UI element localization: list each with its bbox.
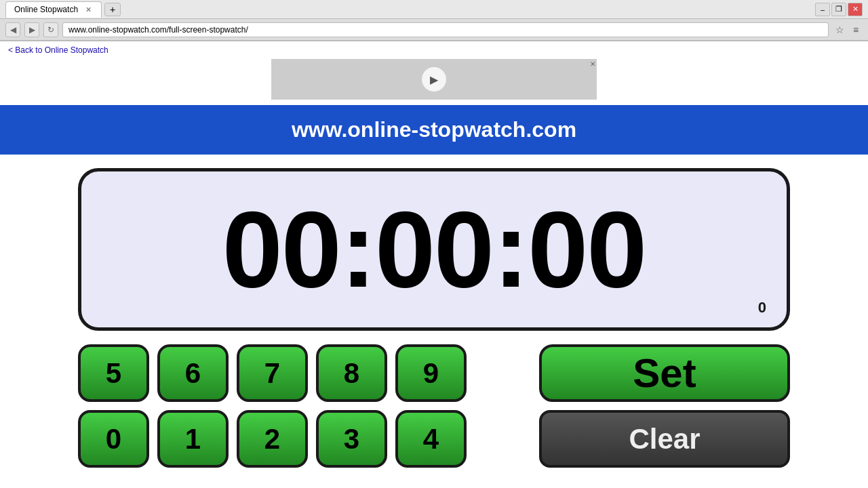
back-to-stopwatch-link[interactable]: < Back to Online Stopwatch — [0, 41, 868, 59]
maximize-button[interactable]: ❐ — [831, 3, 846, 16]
timer-display: 00:00:00 0 — [78, 168, 790, 331]
new-tab-button[interactable]: + — [104, 3, 121, 16]
tab-title: Online Stopwatch — [14, 5, 78, 14]
title-bar: Online Stopwatch ✕ + – ❐ ✕ — [0, 0, 868, 19]
browser-chrome: Online Stopwatch ✕ + – ❐ ✕ ◀ ▶ ↻ ☆ ≡ — [0, 0, 868, 41]
ad-play-button[interactable]: ▶ — [422, 67, 446, 92]
close-button[interactable]: ✕ — [848, 3, 863, 16]
address-bar: ◀ ▶ ↻ ☆ ≡ — [0, 19, 868, 41]
num-button-9[interactable]: 9 — [395, 344, 467, 402]
ad-close-icon[interactable]: ✕ — [590, 60, 595, 68]
window-controls: – ❐ ✕ — [815, 3, 863, 16]
controls-layout: 5 6 7 8 9 0 1 2 3 4 Set Clear — [78, 344, 790, 468]
num-button-7[interactable]: 7 — [237, 344, 308, 402]
num-buttons-section: 5 6 7 8 9 0 1 2 3 4 — [78, 344, 531, 468]
ad-banner: ▶ ✕ — [271, 59, 597, 100]
back-button[interactable]: ◀ — [5, 22, 20, 37]
num-button-6[interactable]: 6 — [157, 344, 229, 402]
main-area: 00:00:00 0 5 6 7 8 9 0 1 2 3 — [0, 161, 868, 474]
timer-lap: 0 — [758, 299, 766, 317]
num-button-1[interactable]: 1 — [157, 410, 229, 468]
right-buttons: Set Clear — [539, 344, 790, 468]
num-row-bottom: 0 1 2 3 4 — [78, 410, 531, 468]
num-button-5[interactable]: 5 — [78, 344, 149, 402]
num-button-0[interactable]: 0 — [78, 410, 149, 468]
tab-close-button[interactable]: ✕ — [83, 5, 93, 14]
site-url-text: www.online-stopwatch.com — [292, 117, 576, 142]
star-icon[interactable]: ☆ — [833, 23, 846, 37]
menu-icon[interactable]: ≡ — [849, 23, 863, 37]
timer-time: 00:00:00 — [222, 195, 646, 304]
page-content: < Back to Online Stopwatch ▶ ✕ www.onlin… — [0, 41, 868, 488]
num-row-top: 5 6 7 8 9 — [78, 344, 531, 402]
num-button-8[interactable]: 8 — [316, 344, 387, 402]
num-button-4[interactable]: 4 — [395, 410, 467, 468]
num-button-3[interactable]: 3 — [316, 410, 387, 468]
num-button-2[interactable]: 2 — [237, 410, 308, 468]
set-button[interactable]: Set — [539, 344, 790, 402]
minimize-button[interactable]: – — [815, 3, 830, 16]
forward-button[interactable]: ▶ — [24, 22, 39, 37]
site-banner: www.online-stopwatch.com — [0, 105, 868, 155]
clear-button[interactable]: Clear — [539, 410, 790, 468]
address-input[interactable] — [62, 22, 829, 37]
refresh-button[interactable]: ↻ — [43, 22, 58, 37]
browser-icons: ☆ ≡ — [833, 23, 863, 37]
browser-tab[interactable]: Online Stopwatch ✕ — [5, 1, 102, 18]
